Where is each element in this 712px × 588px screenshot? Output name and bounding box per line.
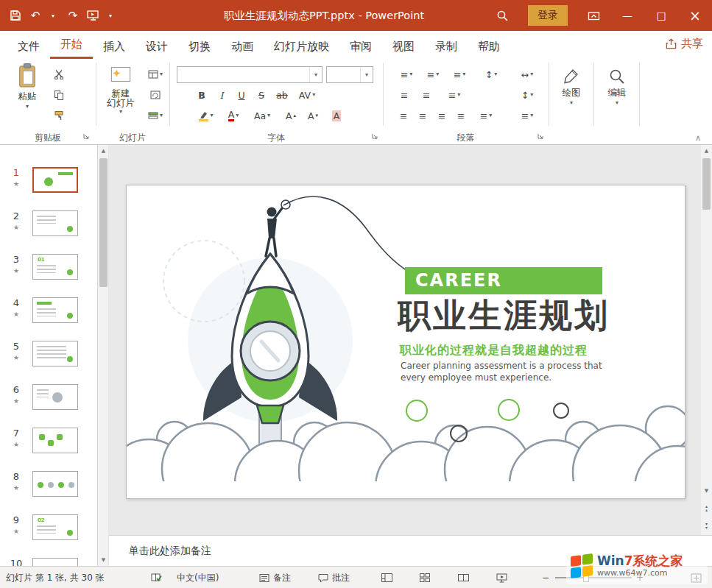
slide-5-thumb[interactable] (32, 341, 78, 366)
align-right-button[interactable]: ≡ (433, 107, 451, 124)
slide-number-indicator[interactable]: 幻灯片 第 1 张, 共 30 张 (6, 567, 105, 588)
justify-button[interactable]: ≡ (452, 107, 470, 124)
font-name-dropdown-icon[interactable]: ▾ (309, 67, 322, 82)
font-name-combo[interactable]: ▾ (177, 66, 322, 83)
thumbnail-slide-1[interactable]: 1★ (0, 166, 98, 209)
start-slideshow-icon[interactable] (83, 4, 102, 26)
distribute-button[interactable]: ≡▾ (474, 107, 498, 124)
share-button[interactable]: 共享 (666, 37, 703, 51)
tab-review[interactable]: 审阅 (339, 34, 382, 59)
new-slide-button[interactable]: 新建 幻灯片 ▾ (102, 63, 140, 115)
next-slide-button[interactable]: ▾▾ (701, 519, 712, 532)
italic-button[interactable]: I (213, 87, 230, 103)
slide-6-thumb[interactable] (32, 384, 78, 410)
format-painter-button[interactable] (49, 107, 69, 124)
ribbon-display-options-icon[interactable] (577, 0, 610, 31)
numbering-button[interactable]: ≡▾ (421, 66, 445, 82)
increase-indent-button[interactable]: ≡ (417, 87, 436, 103)
slide-3-thumb[interactable]: 01 (32, 254, 78, 280)
scrollbar-thumb[interactable] (99, 158, 107, 287)
tab-file[interactable]: 文件 (7, 34, 50, 59)
cut-button[interactable] (49, 66, 69, 82)
scroll-up-icon[interactable]: ▲ (98, 145, 109, 157)
save-icon[interactable] (6, 4, 25, 26)
notes-placeholder[interactable]: 单击此处添加备注 (129, 545, 211, 558)
login-button[interactable]: 登录 (528, 5, 568, 26)
slide-sorter-view-button[interactable] (420, 567, 430, 588)
text-direction-button[interactable]: ↔▾ (514, 66, 540, 82)
thumbnail-slide-2[interactable]: 2★ (0, 209, 98, 252)
thumbnail-slide-4[interactable]: 4★ (0, 296, 98, 339)
slide-layout-button[interactable]: ▾ (143, 66, 168, 82)
font-color-button[interactable]: A ▾ (222, 107, 244, 124)
tab-slideshow[interactable]: 幻灯片放映 (264, 34, 339, 59)
section-button[interactable]: ▾ (143, 107, 168, 124)
strikethrough-button[interactable]: ab (272, 87, 292, 103)
slide-8-thumb[interactable] (32, 471, 78, 497)
shadow-button[interactable]: S (253, 87, 270, 103)
thumbnail-slide-6[interactable]: 6★ (0, 383, 98, 426)
increase-font-size-button[interactable]: A▴ (281, 107, 300, 124)
character-spacing-button[interactable]: AV▾ (295, 87, 320, 103)
thumbnail-slide-5[interactable]: 5★ (0, 339, 98, 383)
slide-editing-area[interactable]: CAREER PLANNING 职业生涯规划 职业化的过程就是自我超越的过程 C… (109, 145, 701, 535)
tab-record[interactable]: 录制 (425, 34, 468, 59)
slide-scrollbar[interactable]: ▲ ▼ ▴▴ ▾▾ (701, 145, 712, 535)
slide-2-thumb[interactable] (32, 210, 78, 236)
font-dialog-launcher[interactable] (371, 132, 378, 140)
close-button[interactable]: × (678, 0, 712, 31)
slide-1-thumb[interactable] (32, 167, 78, 193)
decrease-indent-button[interactable]: ≡ (395, 87, 414, 103)
bullets-button[interactable]: ≡▾ (395, 66, 418, 82)
slide-subtitle-text[interactable]: 职业化的过程就是自我超越的过程 (400, 343, 588, 358)
comments-toggle[interactable]: 批注 (318, 567, 350, 588)
draw-button[interactable]: 绘图 ▾ (552, 68, 591, 106)
slide-10-thumb[interactable] (32, 558, 78, 566)
multilevel-list-button[interactable]: ≡▾ (448, 66, 471, 82)
slide-7-thumb[interactable] (32, 428, 78, 453)
language-indicator[interactable]: 中文(中国) (177, 567, 219, 588)
align-text-button[interactable]: ↕▾ (514, 87, 540, 103)
change-case-button[interactable]: Aa▾ (250, 107, 274, 124)
tab-home[interactable]: 开始 (50, 32, 93, 59)
bold-button[interactable]: B (193, 87, 211, 103)
thumbnail-slide-8[interactable]: 8★ (0, 470, 98, 513)
tab-view[interactable]: 视图 (382, 34, 425, 59)
paragraph-dialog-launcher[interactable] (537, 132, 544, 140)
tab-transitions[interactable]: 切换 (178, 34, 221, 59)
thumbnail-slide-10[interactable]: 10 (0, 556, 98, 566)
maximize-button[interactable]: □ (644, 0, 678, 31)
career-planning-banner[interactable]: CAREER PLANNING (405, 267, 602, 294)
line-spacing-button[interactable]: ↕▾ (479, 66, 504, 82)
slide-canvas[interactable]: CAREER PLANNING 职业生涯规划 职业化的过程就是自我超越的过程 C… (126, 185, 685, 499)
reading-view-button[interactable] (458, 567, 469, 588)
spellcheck-icon[interactable] (151, 567, 162, 588)
font-size-dropdown-icon[interactable]: ▾ (360, 67, 373, 82)
reset-slide-button[interactable] (143, 87, 168, 103)
clipboard-dialog-launcher[interactable] (82, 132, 90, 140)
align-left-button[interactable]: ≡ (395, 107, 412, 124)
paste-button[interactable]: 粘贴 ▾ (10, 63, 44, 110)
tab-insert[interactable]: 插入 (93, 34, 135, 59)
thumbnail-slide-3[interactable]: 3★ 01 (0, 252, 98, 296)
font-size-combo[interactable]: ▾ (326, 66, 373, 83)
zoom-out-button[interactable]: − (542, 567, 549, 588)
scrollbar-thumb[interactable] (702, 158, 711, 210)
undo-icon[interactable]: ↶ (26, 4, 45, 26)
scroll-down-icon[interactable]: ▼ (98, 554, 109, 566)
align-center-button[interactable]: ≡ (414, 107, 431, 124)
normal-view-button[interactable] (381, 567, 392, 588)
collapse-ribbon-button[interactable]: ∧ (689, 130, 707, 146)
columns-button[interactable]: ≡▾ (442, 87, 467, 103)
tab-design[interactable]: 设计 (135, 34, 178, 59)
slide-9-thumb[interactable]: 02 (32, 514, 78, 540)
notes-toggle[interactable]: 备注 (259, 567, 291, 588)
slide-description-text[interactable]: Career planning assessment is a process … (401, 361, 618, 383)
editing-button[interactable]: 编辑 ▾ (598, 68, 636, 106)
underline-button[interactable]: U (233, 87, 250, 103)
search-icon[interactable] (485, 0, 519, 31)
copy-button[interactable] (49, 87, 69, 103)
thumbnail-scrollbar[interactable]: ▲ ▼ (98, 145, 109, 566)
scroll-down-icon[interactable]: ▼ (701, 485, 712, 497)
thumbnail-slide-9[interactable]: 9★ 02 (0, 513, 98, 556)
